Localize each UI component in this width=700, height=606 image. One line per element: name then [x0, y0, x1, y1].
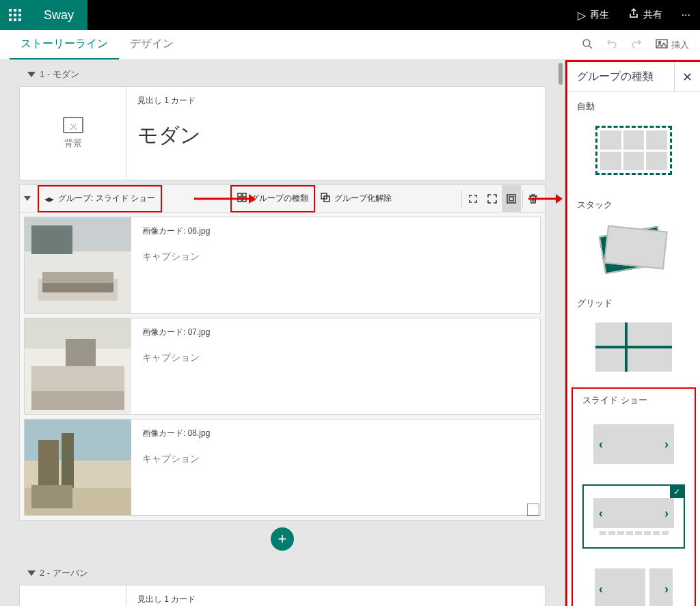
svg-line-10 — [589, 46, 592, 49]
caption-placeholder[interactable]: キャプション — [142, 453, 529, 465]
card-body: 画像カード: 07.jpg キャプション — [131, 318, 540, 414]
background-slot[interactable]: 背景 — [20, 87, 126, 180]
svg-rect-40 — [31, 485, 72, 508]
group-container: ◂▸ グループ: スライド ショー グループの種類 グループ化解除 — [19, 184, 546, 521]
section-label: 2 - アーバン — [40, 567, 88, 579]
collapse-icon — [27, 570, 36, 576]
delete-button[interactable] — [524, 185, 542, 212]
auto-icon — [595, 126, 672, 175]
chevron-left-icon: ‹ — [599, 582, 603, 596]
card-body: 見出し 1 カード — [126, 586, 545, 606]
group-option-stack[interactable] — [582, 217, 685, 281]
app-launcher-button[interactable] — [0, 0, 30, 30]
group-option-grid[interactable] — [582, 315, 685, 379]
brand-label: Sway — [30, 0, 88, 30]
undo-button[interactable] — [606, 38, 617, 52]
focus-small-button[interactable] — [463, 185, 483, 212]
group-type-button[interactable]: グループの種類 — [230, 185, 315, 212]
slideshow-split-icon: ‹ › — [595, 568, 673, 606]
group-toolbar: ◂▸ グループ: スライド ショー グループの種類 グループ化解除 — [20, 185, 545, 212]
image-icon — [656, 39, 668, 51]
group-name-label: グループ: スライド ショー — [58, 193, 155, 204]
redo-button[interactable] — [631, 38, 642, 52]
heading-card[interactable]: 背景 見出し 1 カード モダン — [19, 86, 546, 180]
svg-rect-3 — [9, 14, 12, 16]
more-button[interactable]: ··· — [672, 0, 700, 30]
svg-rect-16 — [243, 193, 246, 197]
divider — [461, 190, 462, 208]
chevron-left-icon: ‹ — [599, 506, 603, 521]
image-card-label: 画像カード: 08.jpg — [142, 428, 529, 439]
group-name-button[interactable]: ◂▸ グループ: スライド ショー — [38, 185, 162, 212]
caption-placeholder[interactable]: キャプション — [142, 251, 529, 263]
svg-rect-37 — [38, 440, 59, 488]
heading-title[interactable]: モダン — [137, 122, 534, 150]
slideshow-thumbs-icon: ‹ › — [593, 498, 674, 535]
image-card-label: 画像カード: 07.jpg — [142, 327, 529, 338]
ellipsis-icon: ··· — [682, 9, 690, 21]
caption-placeholder[interactable]: キャプション — [142, 352, 529, 364]
option-label-slideshow: スライド ショー — [573, 391, 695, 409]
background-label: 背景 — [64, 137, 82, 150]
image-card[interactable]: 画像カード: 06.jpg キャプション — [24, 217, 541, 314]
card-type-label: 見出し 1 カード — [137, 594, 534, 605]
share-button[interactable]: 共有 — [619, 0, 672, 30]
background-slot[interactable] — [20, 586, 126, 606]
select-checkbox[interactable] — [527, 504, 539, 516]
divider — [522, 190, 523, 208]
heading-card[interactable]: 見出し 1 カード — [19, 585, 546, 606]
svg-rect-15 — [238, 193, 241, 197]
panel-close-button[interactable]: ✕ — [674, 62, 700, 92]
spacer — [7, 551, 558, 563]
svg-rect-17 — [238, 198, 241, 202]
tab-design[interactable]: デザイン — [119, 30, 185, 59]
option-label-stack: スタック — [567, 191, 700, 214]
card-body: 見出し 1 カード モダン — [126, 87, 545, 180]
share-icon — [628, 8, 639, 22]
image-card[interactable]: 画像カード: 08.jpg キャプション — [24, 419, 541, 516]
focus-medium-button[interactable] — [483, 185, 502, 212]
focus-large-button[interactable] — [502, 185, 521, 212]
svg-rect-21 — [507, 195, 515, 203]
ungroup-icon — [321, 193, 330, 204]
secondary-actions: 挿入 — [582, 38, 700, 52]
play-button[interactable]: ▷ 再生 — [568, 0, 619, 30]
svg-rect-34 — [66, 339, 96, 366]
insert-label: 挿入 — [671, 39, 689, 51]
image-placeholder-icon — [63, 117, 83, 133]
group-toolbar-right — [460, 185, 542, 212]
section-label: 1 - モダン — [40, 68, 79, 81]
image-card-label: 画像カード: 06.jpg — [142, 225, 529, 237]
group-option-slideshow-split[interactable]: ‹ › — [582, 557, 685, 606]
svg-rect-8 — [18, 18, 21, 21]
card-type-label: 見出し 1 カード — [137, 95, 534, 107]
group-option-auto[interactable] — [582, 118, 685, 182]
section-header-1[interactable]: 1 - モダン — [7, 64, 558, 85]
insert-button[interactable]: 挿入 — [656, 39, 689, 51]
ungroup-label: グループ化解除 — [334, 193, 392, 204]
close-icon: ✕ — [682, 70, 692, 85]
search-icon[interactable] — [582, 38, 593, 52]
svg-rect-26 — [31, 225, 72, 254]
thumbnail — [25, 217, 131, 313]
svg-rect-18 — [243, 198, 246, 202]
group-collapse-icon[interactable] — [24, 196, 31, 201]
svg-rect-0 — [9, 9, 12, 12]
chevron-right-icon: › — [664, 582, 669, 596]
group-type-label: グループの種類 — [251, 193, 308, 204]
add-card-button[interactable]: + — [271, 527, 294, 551]
image-card[interactable]: 画像カード: 07.jpg キャプション — [24, 318, 541, 415]
group-option-slideshow-basic[interactable]: ‹ › — [582, 412, 685, 476]
ungroup-button[interactable]: グループ化解除 — [315, 185, 397, 212]
svg-rect-4 — [14, 14, 16, 16]
scrollbar-thumb[interactable] — [558, 63, 563, 85]
panel-title: グループの種類 — [567, 70, 674, 84]
play-icon: ▷ — [578, 9, 586, 22]
tab-storyline[interactable]: ストーリーライン — [10, 30, 119, 59]
chevron-left-icon: ‹ — [599, 437, 603, 452]
svg-point-12 — [659, 42, 661, 44]
collapse-icon — [27, 72, 36, 77]
storyline-pane: 1 - モダン 背景 見出し 1 カード モダン ◂▸ グループ: スライド シ… — [0, 60, 565, 606]
group-option-slideshow-thumbs[interactable]: ✓ ‹ › — [582, 484, 685, 549]
section-header-2[interactable]: 2 - アーバン — [7, 563, 558, 583]
